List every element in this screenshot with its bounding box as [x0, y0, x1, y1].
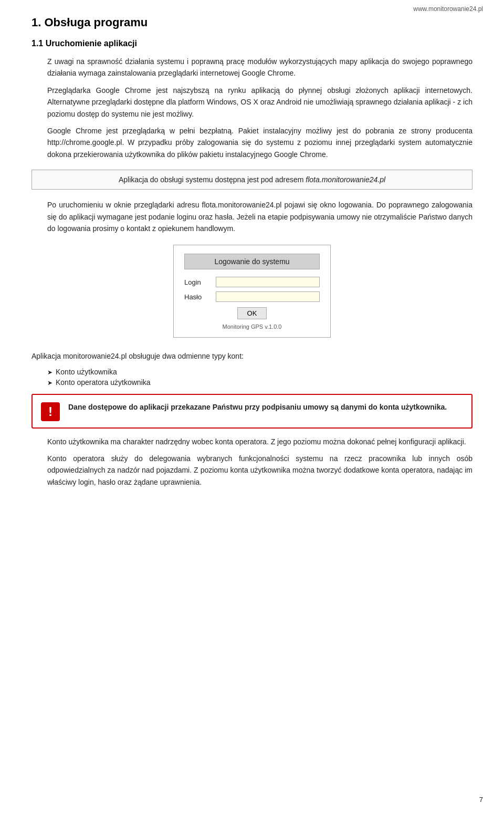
highlight-box: Aplikacja do obsługi systemu dostępna je… [32, 170, 472, 190]
highlight-text-normal: Aplikacja do obsługi systemu dostępna je… [119, 175, 306, 184]
password-field-row: Hasło [184, 291, 320, 302]
login-label: Login [184, 278, 216, 286]
login-dialog-title: Logowanie do systemu [184, 254, 320, 269]
paragraph-4: Po uruchomieniu w oknie przeglądarki adr… [47, 199, 472, 234]
warning-icon: ! [41, 402, 60, 421]
account-type-list: Konto użytkownika Konto operatora użytko… [47, 368, 472, 387]
password-input[interactable] [216, 291, 320, 302]
final-paragraph-1: Konto użytkownika ma charakter nadrzędny… [47, 436, 472, 447]
final-paragraph-2: Konto operatora służy do delegowania wyb… [47, 453, 472, 488]
warning-box: ! Dane dostępowe do aplikacji przekazane… [32, 394, 472, 429]
paragraph-3: Google Chrome jest przeglądarką w pełni … [47, 125, 472, 160]
login-field-row: Login [184, 277, 320, 287]
highlight-text-italic: flota.monitorowanie24.pl [306, 175, 385, 184]
paragraph-1: Z uwagi na sprawność działania systemu i… [47, 56, 472, 79]
subsection-title: 1.1 Uruchomienie aplikacji [32, 39, 472, 48]
login-input[interactable] [216, 277, 320, 287]
login-dialog-container: Logowanie do systemu Login Hasło OK Moni… [32, 245, 472, 338]
section-title: 1. Obsługa programu [32, 16, 472, 29]
list-item: Konto operatora użytkownika [47, 378, 472, 387]
login-ok-button[interactable]: OK [237, 307, 267, 319]
paragraph-2: Przeglądarka Google Chrome jest najszybs… [47, 85, 472, 120]
website-url: www.monitorowanie24.pl [413, 5, 483, 13]
page-number: 7 [479, 796, 483, 803]
warning-text: Dane dostępowe do aplikacji przekazane P… [68, 401, 447, 413]
list-item: Konto użytkownika [47, 368, 472, 376]
account-intro: Aplikacja monitorowanie24.pl obsługuje d… [32, 350, 472, 362]
login-dialog: Logowanie do systemu Login Hasło OK Moni… [173, 245, 331, 338]
login-version: Monitoring GPS v.1.0.0 [184, 323, 320, 330]
login-ok-row: OK [184, 307, 320, 319]
exclamation-icon: ! [48, 405, 52, 418]
password-label: Hasło [184, 293, 216, 301]
